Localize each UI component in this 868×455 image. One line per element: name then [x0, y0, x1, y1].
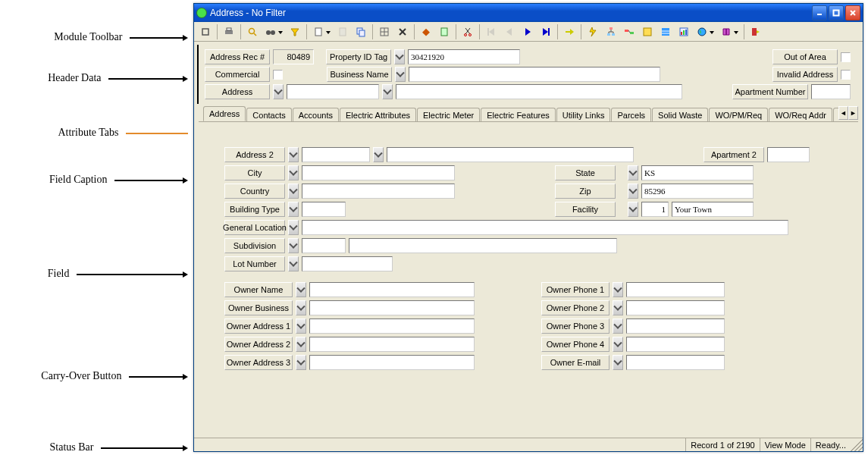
tab-scroll-right[interactable]: ► [848, 106, 858, 120]
carry-over-building-type[interactable] [288, 202, 299, 217]
tab-electric-features[interactable]: Electric Features [481, 108, 556, 122]
cancel-x-icon[interactable] [394, 24, 411, 40]
building-type-label[interactable]: Building Type [224, 202, 285, 217]
zip-field[interactable] [641, 184, 754, 199]
country-label[interactable]: Country [224, 184, 285, 199]
carry-over-zip[interactable] [628, 184, 638, 199]
owner-phone2-label[interactable]: Owner Phone 2 [541, 300, 609, 315]
carry-over-facility[interactable] [628, 202, 638, 217]
facility-name-field[interactable] [672, 202, 754, 217]
address2-street-field[interactable] [387, 147, 634, 162]
state-label[interactable]: State [555, 165, 616, 180]
carry-over-owner-email[interactable] [613, 355, 623, 370]
print-icon[interactable] [221, 24, 237, 40]
exit-door-icon[interactable] [747, 24, 764, 40]
apartment-number-field[interactable] [811, 84, 851, 99]
carry-over-owner-phone2[interactable] [613, 300, 623, 315]
out-of-area-label[interactable]: Out of Area [772, 49, 838, 64]
carry-over-subdivision[interactable] [288, 238, 299, 253]
globe-icon[interactable] [694, 24, 710, 40]
search-icon[interactable] [244, 24, 261, 40]
last-record-icon[interactable] [537, 24, 554, 40]
zip-label[interactable]: Zip [555, 184, 616, 199]
owner-address1-label[interactable]: Owner Address 1 [224, 318, 293, 334]
close-button[interactable] [845, 5, 860, 20]
address-street-field[interactable] [396, 84, 682, 99]
owner-phone1-field[interactable] [626, 282, 725, 297]
map-yellow-icon[interactable] [639, 24, 656, 40]
owner-email-label[interactable]: Owner E-mail [541, 355, 609, 370]
country-field[interactable] [302, 184, 455, 199]
owner-name-label[interactable]: Owner Name [224, 282, 293, 297]
tab-electric-meter[interactable]: Electric Meter [417, 108, 480, 122]
general-location-label[interactable]: General Location [224, 220, 285, 235]
owner-phone3-label[interactable]: Owner Phone 3 [541, 318, 609, 334]
help-book-icon[interactable] [718, 24, 735, 40]
carry-over-owner-name[interactable] [296, 282, 306, 297]
maximize-button[interactable] [829, 5, 844, 20]
general-location-field[interactable] [302, 220, 788, 235]
tab-wo-pm-req[interactable]: WO/PM/Req [709, 108, 768, 122]
owner-phone1-label[interactable]: Owner Phone 1 [541, 282, 609, 297]
owner-address2-field[interactable] [309, 337, 475, 352]
owner-phone2-field[interactable] [626, 300, 725, 315]
toolbar-toggle-icon[interactable] [197, 24, 214, 40]
chart-icon[interactable] [675, 24, 692, 40]
link-icon[interactable] [621, 24, 638, 40]
tab-solid-waste[interactable]: Solid Waste [652, 108, 708, 122]
business-name-label[interactable]: Business Name [327, 67, 392, 82]
carry-over-owner-address2[interactable] [296, 337, 306, 352]
subdivision-name-field[interactable] [349, 238, 617, 253]
notebook-icon[interactable] [436, 24, 453, 40]
goto-arrow-icon[interactable] [561, 24, 578, 40]
carry-over-address-2[interactable] [382, 84, 393, 99]
filter-funnel-icon[interactable] [287, 24, 303, 40]
owner-business-label[interactable]: Owner Business [224, 300, 293, 315]
property-id-tag-field[interactable] [408, 49, 520, 64]
next-record-icon[interactable] [519, 24, 536, 40]
address-label[interactable]: Address [205, 84, 270, 99]
minimize-button[interactable] [812, 5, 827, 20]
apartment2-label[interactable]: Apartment 2 [703, 147, 764, 162]
tree-icon[interactable] [603, 24, 619, 40]
carry-over-owner-address1[interactable] [296, 318, 306, 334]
locate-grid-icon[interactable] [376, 24, 393, 40]
building-type-field[interactable] [302, 202, 346, 217]
address2-num-field[interactable] [302, 147, 370, 162]
titlebar[interactable]: Address - No Filter [194, 4, 863, 22]
carry-over-owner-phone3[interactable] [613, 318, 623, 334]
commercial-label[interactable]: Commercial [205, 67, 270, 82]
property-id-tag-label[interactable]: Property ID Tag [326, 49, 391, 64]
state-field[interactable] [641, 165, 754, 180]
owner-phone4-field[interactable] [626, 337, 725, 352]
owner-business-field[interactable] [309, 300, 475, 315]
owner-address1-field[interactable] [309, 318, 475, 334]
prev-record-icon[interactable] [501, 24, 518, 40]
cut-icon[interactable] [459, 24, 476, 40]
carry-over-business-name[interactable] [395, 67, 406, 82]
subdivision-label[interactable]: Subdivision [224, 238, 285, 253]
business-name-field[interactable] [409, 67, 660, 82]
binoculars-icon[interactable] [262, 24, 279, 40]
carry-over-owner-phone4[interactable] [613, 337, 623, 352]
owner-name-field[interactable] [309, 282, 475, 297]
apartment2-field[interactable] [767, 147, 810, 162]
owner-address2-label[interactable]: Owner Address 2 [224, 337, 293, 352]
carry-over-property-id[interactable] [394, 49, 405, 64]
tab-contacts[interactable]: Contacts [246, 108, 291, 122]
carry-over-owner-business[interactable] [296, 300, 306, 315]
subdivision-code-field[interactable] [302, 238, 346, 253]
city-field[interactable] [302, 165, 455, 180]
address-num-field[interactable] [287, 84, 379, 99]
attach-icon[interactable]: ◆ [418, 24, 434, 40]
invalid-address-checkbox[interactable] [841, 70, 851, 80]
commercial-checkbox[interactable] [273, 70, 283, 80]
tab-parcels[interactable]: Parcels [611, 108, 651, 122]
city-label[interactable]: City [224, 165, 285, 180]
lot-number-label[interactable]: Lot Number [224, 256, 285, 271]
carry-over-city[interactable] [288, 165, 299, 180]
tab-accounts[interactable]: Accounts [293, 108, 339, 122]
tab-address[interactable]: Address [203, 106, 246, 121]
carry-over-country[interactable] [288, 184, 299, 199]
address2-label[interactable]: Address 2 [224, 147, 285, 162]
